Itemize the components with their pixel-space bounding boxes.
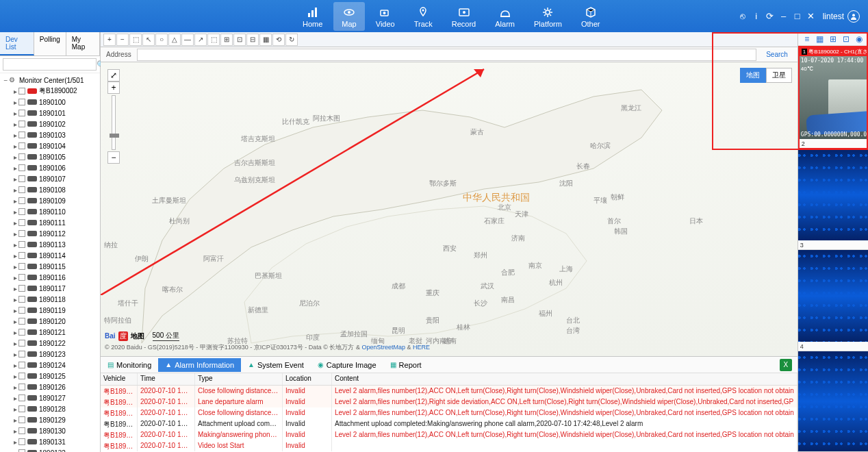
expand-icon[interactable]: ▸ bbox=[12, 88, 18, 95]
here-link[interactable]: HERE bbox=[413, 344, 430, 351]
expand-icon[interactable]: ▸ bbox=[12, 142, 18, 150]
alarm-row[interactable]: 粤B18900022020-07-10 17:40:31Video lost S… bbox=[101, 440, 797, 451]
video-cell-3[interactable]: 4 bbox=[798, 250, 868, 351]
map-tool-5[interactable]: △ bbox=[168, 34, 181, 46]
map-tool-2[interactable]: ⬚ bbox=[129, 34, 142, 46]
collapse-icon[interactable]: − bbox=[3, 77, 9, 84]
sidebar-tab-polling[interactable]: Polling bbox=[34, 32, 66, 55]
map-tool-9[interactable]: ⊞ bbox=[220, 34, 233, 46]
expand-icon[interactable]: ▸ bbox=[12, 394, 18, 402]
checkbox[interactable] bbox=[18, 394, 25, 401]
checkbox[interactable] bbox=[18, 142, 25, 149]
nav-home[interactable]: Home bbox=[294, 2, 331, 31]
expand-icon[interactable]: ▸ bbox=[12, 318, 18, 325]
expand-icon[interactable]: ▸ bbox=[12, 110, 18, 117]
expand-icon[interactable]: ▸ bbox=[12, 362, 18, 369]
expand-icon[interactable]: ▸ bbox=[12, 219, 18, 227]
checkbox[interactable] bbox=[18, 252, 25, 259]
checkbox[interactable] bbox=[18, 296, 25, 303]
device-item[interactable]: ▸1890105 bbox=[3, 151, 100, 162]
device-item[interactable]: ▸1890107 bbox=[3, 173, 100, 184]
device-item[interactable]: ▸1890103 bbox=[3, 129, 100, 140]
device-item[interactable]: ▸1890112 bbox=[3, 228, 100, 239]
checkbox[interactable] bbox=[18, 219, 25, 226]
sidebar-tab-dev-list[interactable]: Dev List bbox=[0, 32, 34, 55]
checkbox[interactable] bbox=[18, 263, 25, 270]
device-item[interactable]: ▸1890132 bbox=[3, 447, 100, 452]
export-excel-button[interactable]: X bbox=[780, 359, 792, 371]
checkbox[interactable] bbox=[18, 405, 25, 412]
info-icon[interactable]: i bbox=[752, 12, 761, 21]
device-item[interactable]: ▸1890128 bbox=[3, 403, 100, 414]
expand-icon[interactable]: ▸ bbox=[12, 449, 18, 453]
shirt-icon[interactable]: ⎋ bbox=[738, 12, 748, 21]
checkbox[interactable] bbox=[18, 362, 25, 368]
device-item[interactable]: ▸1890129 bbox=[3, 414, 100, 425]
zoom-fullscreen[interactable]: ⤢ bbox=[107, 69, 120, 81]
device-item[interactable]: ▸1890119 bbox=[3, 305, 100, 316]
expand-icon[interactable]: ▸ bbox=[12, 351, 18, 358]
close-icon[interactable]: ✕ bbox=[806, 12, 816, 21]
col-vehicle[interactable]: Vehicle bbox=[101, 373, 138, 385]
device-item[interactable]: ▸1890115 bbox=[3, 261, 100, 272]
bottom-tab-system-event[interactable]: ▲System Event bbox=[241, 358, 311, 372]
map-tool-3[interactable]: ↖ bbox=[142, 34, 155, 46]
expand-icon[interactable]: ▸ bbox=[12, 131, 18, 139]
checkbox[interactable] bbox=[18, 307, 25, 314]
map-canvas[interactable]: ⤢ + − 地图卫星 中华人民共和国 塔吉克斯坦比什凯克阿拉木图吉尔吉斯斯坦乌兹… bbox=[101, 62, 797, 356]
checkbox[interactable] bbox=[18, 99, 25, 105]
map-tool-8[interactable]: ⬚ bbox=[207, 34, 220, 46]
checkbox[interactable] bbox=[18, 121, 25, 127]
nav-record[interactable]: Record bbox=[444, 2, 484, 31]
device-item[interactable]: ▸1890110 bbox=[3, 206, 100, 217]
expand-icon[interactable]: ▸ bbox=[12, 427, 18, 435]
expand-icon[interactable]: ▸ bbox=[12, 230, 18, 238]
expand-icon[interactable]: ▸ bbox=[12, 405, 18, 413]
device-item[interactable]: ▸1890102 bbox=[3, 118, 100, 129]
device-item[interactable]: ▸1890117 bbox=[3, 283, 100, 294]
col-type[interactable]: Type bbox=[195, 373, 283, 385]
checkbox[interactable] bbox=[18, 208, 25, 215]
device-item[interactable]: ▸1890106 bbox=[3, 162, 100, 173]
expand-icon[interactable]: ▸ bbox=[12, 307, 18, 314]
device-search-input[interactable] bbox=[3, 58, 97, 71]
nav-video[interactable]: Video bbox=[368, 2, 403, 31]
checkbox[interactable] bbox=[18, 416, 25, 423]
alarm-row[interactable]: 粤B18900022020-07-10 17:42:48Making/answe… bbox=[101, 429, 797, 440]
device-item[interactable]: ▸1890127 bbox=[3, 392, 100, 403]
checkbox[interactable] bbox=[18, 110, 25, 116]
device-item[interactable]: ▸1890104 bbox=[3, 140, 100, 151]
expand-icon[interactable]: ▸ bbox=[12, 329, 18, 336]
col-location[interactable]: Location bbox=[283, 373, 332, 385]
expand-icon[interactable]: ▸ bbox=[12, 241, 18, 249]
refresh-icon[interactable]: ⟳ bbox=[765, 12, 775, 21]
device-item[interactable]: ▸1890125 bbox=[3, 371, 100, 381]
osm-link[interactable]: OpenStreetMap bbox=[361, 344, 405, 351]
checkbox[interactable] bbox=[18, 329, 25, 336]
device-item[interactable]: ▸1890101 bbox=[3, 108, 100, 118]
expand-icon[interactable]: ▸ bbox=[12, 274, 18, 281]
map-tool-4[interactable]: ○ bbox=[155, 34, 168, 46]
device-item[interactable]: ▸1890124 bbox=[3, 360, 100, 371]
col-time[interactable]: Time bbox=[138, 373, 195, 385]
checkbox[interactable] bbox=[18, 373, 25, 379]
device-item[interactable]: ▸1890100 bbox=[3, 97, 100, 108]
device-item[interactable]: ▸1890116 bbox=[3, 272, 100, 283]
nav-map[interactable]: Map bbox=[333, 2, 364, 31]
checkbox[interactable] bbox=[18, 164, 25, 171]
map-tool-12[interactable]: ▦ bbox=[259, 34, 272, 46]
device-item[interactable]: ▸1890123 bbox=[3, 349, 100, 360]
expand-icon[interactable]: ▸ bbox=[12, 164, 18, 172]
zoom-slider[interactable] bbox=[112, 95, 116, 150]
expand-icon[interactable]: ▸ bbox=[12, 186, 18, 194]
checkbox[interactable] bbox=[18, 175, 25, 182]
alarm-row[interactable]: 粤B18900022020-07-10 17:43:54Close follow… bbox=[101, 407, 797, 418]
device-item[interactable]: ▸1890120 bbox=[3, 316, 100, 327]
device-item[interactable]: ▸1890131 bbox=[3, 436, 100, 447]
expand-icon[interactable]: ▸ bbox=[12, 416, 18, 424]
checkbox[interactable] bbox=[18, 131, 25, 138]
expand-icon[interactable]: ▸ bbox=[12, 384, 18, 391]
device-item[interactable]: ▸粤B1890002 bbox=[3, 86, 100, 97]
device-item[interactable]: ▸1890108 bbox=[3, 184, 100, 195]
checkbox[interactable] bbox=[18, 241, 25, 248]
